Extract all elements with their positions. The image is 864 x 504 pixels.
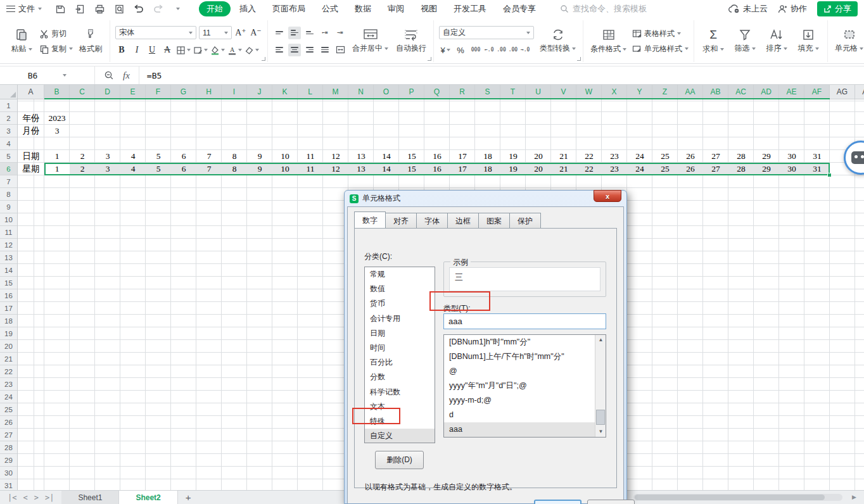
cell-value[interactable]: 22 [576,163,602,175]
column-header-B[interactable]: B [44,85,70,99]
category-数值[interactable]: 数值 [365,282,435,296]
dialog-tab-边框[interactable]: 边框 [448,213,479,230]
cell-value[interactable]: 10 [272,150,298,163]
row-header-30[interactable]: 30 [0,467,17,479]
cell-value[interactable]: 28 [728,163,754,175]
menu-tab-页面布局[interactable]: 页面布局 [265,1,313,16]
cell-value[interactable]: 30 [779,163,804,175]
row-header-17[interactable]: 17 [0,302,17,315]
decrease-indent-button[interactable]: ←≡ [319,27,331,39]
cell-value[interactable]: 19 [500,163,526,175]
undo-icon[interactable] [132,2,146,16]
export-icon[interactable] [73,2,87,16]
ok-button[interactable] [534,500,581,504]
dialog-tab-图案[interactable]: 图案 [479,213,510,230]
row-header-2[interactable]: 2 [0,112,17,125]
increase-font-button[interactable]: A⁺ [234,27,247,39]
type-option[interactable]: aaa [444,422,606,437]
cell-value[interactable]: 27 [703,150,728,163]
bold-button[interactable]: B [115,44,128,56]
cell-value[interactable]: 12 [323,150,348,163]
align-middle-button[interactable] [288,27,301,39]
type-list-scrollbar[interactable]: ▲ ▼ [595,335,606,437]
type-input[interactable] [443,313,606,329]
increase-indent-button[interactable]: →≡ [334,27,346,39]
cell-value[interactable]: 7 [196,163,222,175]
cell-value[interactable]: 6 [171,163,196,175]
column-header-N[interactable]: N [348,85,374,99]
row-header-26[interactable]: 26 [0,416,17,429]
column-header-D[interactable]: D [95,85,120,99]
alignment-dialog-launcher[interactable] [428,57,431,61]
cell-value[interactable]: 23 [602,163,627,175]
type-option[interactable]: d [444,408,606,422]
cell-value[interactable]: 18 [475,163,500,175]
prev-sheet-icon[interactable]: < [23,493,27,502]
row-header-20[interactable]: 20 [0,340,17,353]
menu-tab-会员专享[interactable]: 会员专享 [495,1,543,16]
borders-button[interactable] [176,44,191,56]
dialog-titlebar[interactable]: S 单元格格式 [345,191,626,206]
category-百分比[interactable]: 百分比 [365,355,435,370]
cell-value[interactable]: 15 [399,163,424,175]
column-header-K[interactable]: K [272,85,298,99]
copy-button[interactable]: 复制 [39,44,73,54]
cell-label-日期[interactable]: 日期 [18,150,44,163]
category-时间[interactable]: 时间 [365,341,435,355]
share-button[interactable]: 分享 [817,1,858,16]
row-header-25[interactable]: 25 [0,403,17,416]
column-header-J[interactable]: J [247,85,272,99]
cell-value[interactable]: 15 [399,150,424,163]
name-box-dropdown-icon[interactable] [63,74,67,77]
save-icon[interactable] [53,2,67,16]
sheet-tab-Sheet2[interactable]: Sheet2 [119,491,177,504]
more-dropdown-icon[interactable] [171,2,185,16]
row-header-29[interactable]: 29 [0,454,17,467]
align-left-button[interactable] [273,44,286,56]
cancel-button[interactable] [587,500,635,504]
cell-value[interactable]: 1 [44,150,70,163]
wrap-text-button[interactable]: 自动换行 [394,27,428,55]
first-sheet-icon[interactable]: |< [8,493,16,502]
cell-value[interactable]: 24 [627,150,652,163]
merge-center-button[interactable]: 合并居中 [350,27,390,55]
cell-value[interactable]: 18 [475,150,500,163]
column-header-M[interactable]: M [323,85,348,99]
percent-button[interactable]: % [454,44,467,56]
category-会计专用[interactable]: 会计专用 [365,312,435,326]
font-size-select[interactable]: 11 [199,26,232,39]
dialog-tab-对齐[interactable]: 对齐 [386,213,417,230]
delete-button[interactable]: 删除(D) [375,451,424,469]
type-option[interactable]: @ [444,364,606,379]
collaborate-button[interactable]: 协作 [778,3,807,15]
row-header-5[interactable]: 5 [0,150,17,163]
cell-value[interactable]: 8 [222,163,247,175]
column-header-E[interactable]: E [120,85,146,99]
align-right-button[interactable] [303,44,316,56]
cell-value[interactable]: 11 [298,163,323,175]
cell-value[interactable]: 16 [424,150,450,163]
column-header-AE[interactable]: AE [779,85,804,99]
cell-value[interactable]: 22 [576,150,602,163]
cell-value[interactable]: 23 [602,150,627,163]
formula-input[interactable]: =B5 [139,71,162,80]
print-icon[interactable] [92,2,106,16]
row-header-6[interactable]: 6 [0,163,17,175]
cell-value[interactable]: 1 [44,163,70,175]
increase-decimal-button[interactable]: .00 →.0 [509,44,530,56]
row-header-24[interactable]: 24 [0,391,17,403]
fill-button[interactable]: 填充 [794,27,822,55]
column-header-X[interactable]: X [602,85,627,99]
column-header-A[interactable]: A [18,85,44,99]
redo-icon[interactable] [151,2,165,16]
column-header-T[interactable]: T [500,85,526,99]
cell-value[interactable]: 6 [171,150,196,163]
cell-value[interactable]: 5 [146,163,171,175]
cell-value[interactable]: 25 [652,163,678,175]
row-header-1[interactable]: 1 [0,99,17,112]
cell-value[interactable]: 2 [70,163,95,175]
cell-value[interactable]: 29 [754,150,779,163]
cell-value[interactable]: 14 [374,150,399,163]
font-color-button[interactable]: A [227,44,242,56]
row-header-3[interactable]: 3 [0,125,17,137]
